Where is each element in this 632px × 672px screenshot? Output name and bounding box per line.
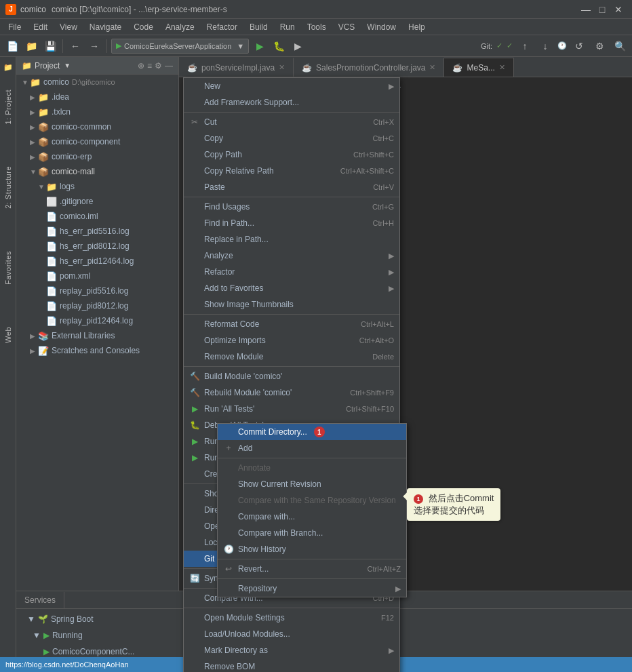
ctx-show-thumbnails[interactable]: Show Image Thumbnails [184,296,399,313]
context-menu-overlay: New ▶ Add Framework Support... ✂ Cut Ctr… [0,0,632,672]
revert-icon: ↩ [223,564,234,574]
git-submenu-label: Compare with Branch... [238,528,323,538]
git-submenu-label: Show Current Revision [238,479,321,489]
ctx-sep-8 [184,608,399,608]
git-submenu-label: Compare with the Same Repository Version [238,496,396,505]
git-sep-3 [218,578,406,579]
ctx-optimize-imports[interactable]: Optimize Imports Ctrl+Alt+O [184,332,399,349]
find-path-shortcut: Ctrl+H [373,219,394,227]
history-git-icon: 🕐 [223,545,234,554]
ctx-build-module[interactable]: 🔨 Build Module 'comico' [184,368,399,384]
git-sep-1 [218,458,406,458]
git-show-history[interactable]: 🕐 Show History [218,541,406,557]
ctx-add-framework[interactable]: Add Framework Support... [184,94,399,111]
run-tests-shortcut: Ctrl+Shift+F10 [346,405,394,413]
ctx-module-settings[interactable]: Open Module Settings F12 [184,610,399,626]
ctx-mark-dir[interactable]: Mark Directory as ▶ [184,642,399,658]
ctx-label: Replace in Path... [204,235,269,244]
ctx-sep-2 [184,197,399,197]
git-revert[interactable]: ↩ Revert... Ctrl+Alt+Z [218,561,406,577]
analyze-arrow: ▶ [389,252,394,260]
find-usages-shortcut: Ctrl+G [372,203,394,211]
ctx-paste[interactable]: Paste Ctrl+V [184,179,399,195]
git-add[interactable]: + Add [218,440,406,456]
ctx-label: Load/Unload Modules... [204,629,290,639]
ctx-label: Optimize Imports [204,336,266,345]
tooltip-red-dot-inline: 1 [414,494,423,504]
debug-tests-icon: 🐛 [189,420,200,430]
ctx-label: Build Module 'comico' [204,372,282,381]
git-compare-with[interactable]: Compare with... [218,509,406,525]
copy-shortcut: Ctrl+C [373,134,394,142]
git-submenu-label: Revert... [238,564,269,574]
ctx-copy-rel-path[interactable]: Copy Relative Path Ctrl+Alt+Shift+C [184,163,399,179]
repo-arrow: ▶ [395,585,401,593]
optimize-shortcut: Ctrl+Alt+O [359,336,394,344]
git-submenu-label: Show History [238,545,286,554]
ctx-label: Show Image Thumbnails [204,300,294,309]
ctx-load-unload[interactable]: Load/Unload Modules... [184,626,399,642]
reformat-shortcut: Ctrl+Alt+L [361,320,394,328]
rebuild-shortcut: Ctrl+Shift+F9 [350,389,394,397]
ctx-find-in-path[interactable]: Find in Path... Ctrl+H [184,215,399,231]
ctx-find-usages[interactable]: Find Usages Ctrl+G [184,199,399,215]
ctx-sep-4 [184,366,399,367]
flight-icon: ▶ [189,453,200,462]
remove-module-shortcut: Delete [372,353,394,361]
copy-path-shortcut: Ctrl+Shift+C [353,151,394,159]
git-annotate: Annotate [218,460,406,476]
ctx-label: Copy Path [204,150,242,159]
ctx-label: Add Framework Support... [204,98,299,107]
favorites-arrow: ▶ [389,284,394,293]
paste-shortcut: Ctrl+V [373,183,394,191]
ctx-label: Paste [204,182,225,192]
ctx-label: Mark Directory as [204,646,268,655]
cut-shortcut: Ctrl+X [373,118,394,126]
module-settings-shortcut: F12 [381,614,394,622]
ctx-remove-bom[interactable]: Remove BOM [184,658,399,672]
ctx-label: Remove Module [204,352,263,361]
git-submenu-label: Commit Directory... [238,427,307,437]
tooltip-line2: 选择要提交的代码 [414,505,494,517]
ctx-remove-module[interactable]: Remove Module Delete [184,349,399,365]
ctx-copy-path[interactable]: Copy Path Ctrl+Shift+C [184,146,399,163]
ctx-label: Cut [204,117,217,127]
ctx-cut[interactable]: ✂ Cut Ctrl+X [184,114,399,130]
ctx-sep-1 [184,112,399,113]
ctx-label: Remove BOM [204,662,255,671]
add-git-icon: + [223,443,234,453]
git-repository[interactable]: Repository ▶ [218,580,406,597]
ctx-run-tests[interactable]: ▶ Run 'All Tests' Ctrl+Shift+F10 [184,401,399,417]
git-submenu-label: Add [238,443,252,453]
ctx-reformat[interactable]: Reformat Code Ctrl+Alt+L [184,316,399,332]
sync-icon: 🔄 [189,574,200,583]
ctx-analyze[interactable]: Analyze ▶ [184,248,399,264]
ctx-refactor[interactable]: Refactor ▶ [184,264,399,280]
ctx-rebuild-module[interactable]: 🔨 Rebuild Module 'comico' Ctrl+Shift+F9 [184,384,399,401]
ctx-label: Find in Path... [204,218,254,228]
ctx-label: New [204,81,220,91]
ctx-label: Refactor [204,267,235,277]
git-tooltip: 1 然后点击Commit 选择要提交的代码 [407,488,500,521]
git-compare-branch[interactable]: Compare with Branch... [218,525,406,541]
ctx-label: Open Module Settings [204,613,285,622]
commit-red-dot: 1 [314,427,325,437]
revert-shortcut: Ctrl+Alt+Z [367,565,401,573]
run-coverage-icon: ▶ [189,437,200,446]
ctx-add-favorites[interactable]: Add to Favorites ▶ [184,280,399,296]
ctx-label: Add to Favorites [204,283,263,293]
ctx-replace-in-path[interactable]: Replace in Path... [184,231,399,248]
mark-dir-arrow: ▶ [389,646,394,655]
git-show-current[interactable]: Show Current Revision [218,476,406,492]
ctx-copy[interactable]: Copy Ctrl+C [184,130,399,146]
ctx-new[interactable]: New ▶ [184,78,399,94]
git-submenu: Commit Directory... 1 + Add Annotate Sho… [217,423,407,597]
git-commit-dir[interactable]: Commit Directory... 1 [218,424,406,440]
ctx-label: Analyze [204,251,233,260]
tooltip-line1: 1 然后点击Commit [414,492,494,505]
run-tests-icon: ▶ [189,404,200,414]
copy-rel-shortcut: Ctrl+Alt+Shift+C [340,167,394,175]
ctx-label: Rebuild Module 'comico' [204,388,292,397]
ctx-label: Git [204,554,214,564]
cut-icon: ✂ [189,117,200,127]
